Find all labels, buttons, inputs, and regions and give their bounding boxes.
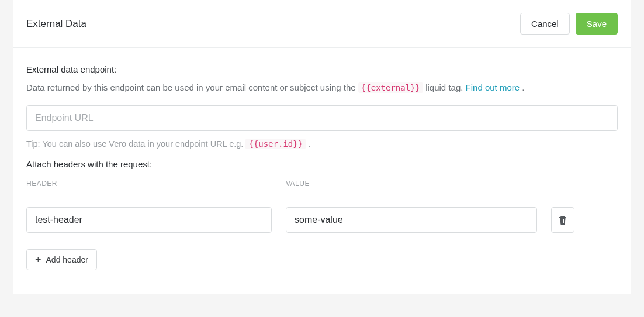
headers-label: Attach headers with the request: — [26, 159, 618, 169]
tip-pre: Tip: You can also use Vero data in your … — [26, 139, 245, 149]
delete-header-button[interactable] — [551, 207, 574, 233]
header-name-input[interactable] — [26, 207, 272, 233]
find-out-more-link[interactable]: Find out more — [466, 82, 520, 92]
plus-icon: + — [35, 254, 41, 265]
header-actions: Cancel Save — [520, 13, 618, 35]
endpoint-desc-end: . — [522, 82, 524, 92]
header-value-input[interactable] — [286, 207, 537, 233]
trash-icon — [559, 215, 567, 225]
column-header-value: VALUE — [286, 180, 537, 188]
add-header-label: Add header — [46, 255, 88, 264]
tip-post: . — [308, 139, 310, 149]
endpoint-tip: Tip: You can also use Vero data in your … — [26, 139, 618, 149]
endpoint-description: Data returned by this endpoint can be us… — [26, 81, 618, 95]
endpoint-desc-pre: Data returned by this endpoint can be us… — [26, 82, 358, 92]
endpoint-desc-post: liquid tag. — [425, 82, 465, 92]
add-header-button[interactable]: + Add header — [26, 249, 97, 270]
panel-body: External data endpoint: Data returned by… — [13, 48, 631, 294]
user-id-liquid-tag: {{user.id}} — [245, 139, 306, 149]
external-liquid-tag: {{external}} — [358, 82, 423, 93]
cancel-button[interactable]: Cancel — [520, 13, 570, 35]
headers-table: HEADER VALUE — [26, 180, 618, 233]
headers-table-head: HEADER VALUE — [26, 180, 618, 194]
column-header-header: HEADER — [26, 180, 272, 188]
endpoint-label: External data endpoint: — [26, 64, 618, 74]
panel-header: External Data Cancel Save — [13, 0, 631, 48]
header-row — [26, 207, 618, 233]
save-button[interactable]: Save — [576, 13, 618, 35]
endpoint-url-input[interactable] — [26, 105, 618, 131]
panel-title: External Data — [26, 18, 86, 30]
external-data-panel: External Data Cancel Save External data … — [13, 0, 631, 294]
